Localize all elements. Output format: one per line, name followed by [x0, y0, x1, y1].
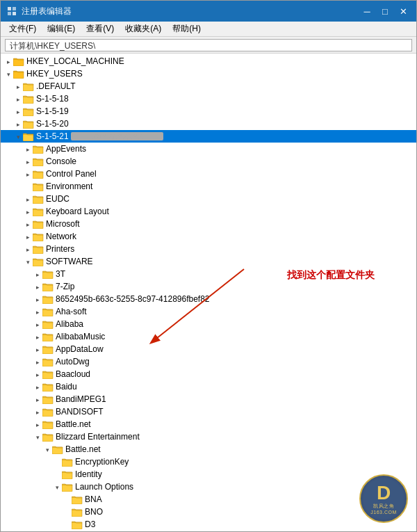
svg-rect-23 [42, 297, 53, 304]
maximize-button[interactable]: □ [377, 4, 393, 18]
tree-item-environment[interactable]: Environment [1, 180, 416, 193]
tree-label-ahasoft: Aha-soft [56, 307, 87, 316]
tree-label-launchoptions: Launch Options [75, 482, 133, 492]
svg-rect-19 [33, 247, 43, 254]
tree-label-s1521: S-1-5-21 XXXXXXXXXX [36, 131, 163, 141]
tree-item-8652[interactable]: ▸ 8652495b-663c-5255-8c97-412896fbef82 [1, 293, 416, 305]
tree-item-s1521[interactable]: ▾ S-1-5-21 XXXXXXXXXX [1, 130, 416, 143]
tree-item-encryptionkey[interactable]: EncryptionKey [1, 456, 416, 468]
expand-icon-printers: ▸ [23, 244, 33, 255]
svg-rect-35 [52, 447, 63, 454]
folder-icon-environment [33, 182, 44, 191]
expand-icon-7zip: ▸ [33, 282, 42, 292]
folder-icon-eudc [33, 194, 44, 204]
expand-icon-bna [62, 494, 72, 504]
menu-item-文件(F)[interactable]: 文件(F) [3, 22, 42, 36]
expand-icon-software: ▾ [23, 257, 33, 267]
expand-icon-default: ▸ [13, 81, 23, 92]
close-button[interactable]: ✕ [395, 4, 411, 18]
tree-item-microsoft[interactable]: ▸ Microsoft [1, 218, 416, 230]
folder-icon-kblayout [33, 207, 44, 216]
folder-icon-bandisoft [42, 407, 54, 417]
expand-icon-d3 [62, 519, 72, 529]
tree-item-hku[interactable]: ▾ HKEY_USERS [1, 67, 416, 80]
tree-item-d3[interactable]: D3 [1, 518, 416, 531]
svg-rect-11 [33, 147, 43, 154]
svg-rect-8 [23, 109, 33, 116]
folder-icon-identity [62, 469, 73, 479]
menu-item-查看(V)[interactable]: 查看(V) [81, 22, 120, 36]
window-controls: ─ □ ✕ [359, 4, 411, 18]
folder-icon-alibaba [42, 319, 54, 329]
tree-label-bna: BNA [85, 494, 102, 504]
tree-item-bandimpeg1[interactable]: ▸ BandiMPEG1 [1, 393, 416, 405]
folder-icon-software [33, 257, 44, 266]
expand-icon-encryptionkey [52, 457, 62, 467]
tree-label-baidu: Baidu [56, 382, 77, 392]
expand-icon-eudc: ▸ [23, 194, 33, 204]
tree-item-default[interactable]: ▸ .DEFAULT [1, 80, 416, 92]
tree-label-s1518: S-1-5-18 [36, 94, 69, 104]
tree-label-printers: Printers [46, 244, 74, 254]
tree-label-baacloud: Baacloud [56, 369, 90, 379]
expand-icon-ahasoft: ▸ [33, 307, 42, 317]
minimize-button[interactable]: ─ [359, 4, 375, 18]
tree-item-software[interactable]: ▾ SOFTWARE [1, 255, 416, 268]
tree-item-controlpanel[interactable]: ▸ Control Panel [1, 168, 416, 180]
svg-rect-10 [23, 134, 33, 141]
tree-item-kblayout[interactable]: ▸ Keyboard Layout [1, 205, 416, 218]
tree-item-autodwg[interactable]: ▸ AutoDwg [1, 355, 416, 368]
tree-item-console[interactable]: ▸ Console [1, 155, 416, 168]
tree-item-bno[interactable]: BNO [1, 506, 416, 518]
svg-rect-39 [72, 497, 82, 504]
tree-item-launchoptions[interactable]: ▾ Launch Options [1, 481, 416, 493]
address-input[interactable]: 计算机\HKEY_USERS\ [5, 39, 412, 51]
menu-item-编辑(E)[interactable]: 编辑(E) [42, 22, 81, 36]
address-bar: 计算机\HKEY_USERS\ [1, 37, 416, 54]
folder-icon-battlenet_top [42, 419, 54, 429]
tree-label-alibabamusic: AlibabaMusic [56, 332, 105, 341]
tree-item-s1519[interactable]: ▸ S-1-5-19 [1, 105, 416, 118]
tree-item-dst2[interactable]: DST2 [1, 531, 416, 531]
tree-item-bna[interactable]: BNA [1, 493, 416, 506]
tree-item-appevents[interactable]: ▸ AppEvents [1, 143, 416, 155]
expand-icon-appevents: ▸ [23, 144, 33, 154]
tree-item-eudc[interactable]: ▸ EUDC [1, 193, 416, 205]
tree-item-appdatalow[interactable]: ▸ AppDataLow [1, 343, 416, 355]
tree-item-baidu[interactable]: ▸ Baidu [1, 380, 416, 393]
tree-item-baacloud[interactable]: ▸ Baacloud [1, 368, 416, 380]
expand-icon-battlenet_top: ▸ [33, 419, 42, 430]
svg-rect-18 [33, 234, 43, 241]
menu-item-帮助(H)[interactable]: 帮助(H) [167, 22, 206, 36]
tree-item-hklm[interactable]: ▸ HKEY_LOCAL_MACHINE [1, 55, 416, 67]
tree-item-battlenet[interactable]: ▾ Battle.net [1, 443, 416, 456]
tree-item-alibabamusic[interactable]: ▸ AlibabaMusic [1, 330, 416, 343]
expand-icon-microsoft: ▸ [23, 219, 33, 229]
tree-item-battlenet_top[interactable]: ▸ Battle.net [1, 418, 416, 430]
tree-item-printers[interactable]: ▸ Printers [1, 243, 416, 255]
tree-item-s1520[interactable]: ▸ S-1-5-20 [1, 118, 416, 130]
tree-item-bandisoft[interactable]: ▸ BANDISOFT [1, 405, 416, 418]
folder-icon-battlenet [52, 444, 63, 454]
tree-item-s1518[interactable]: ▸ S-1-5-18 [1, 92, 416, 105]
tree-item-ahasoft[interactable]: ▸ Aha-soft [1, 305, 416, 318]
menu-item-收藏夹(A)[interactable]: 收藏夹(A) [120, 22, 167, 36]
tree-item-network[interactable]: ▸ Network [1, 230, 416, 243]
svg-rect-15 [33, 197, 43, 204]
expand-icon-s1519: ▸ [13, 106, 23, 117]
folder-icon-3t [42, 269, 54, 279]
svg-rect-22 [42, 284, 53, 291]
expand-icon-s1520: ▸ [13, 119, 23, 129]
svg-rect-40 [72, 510, 82, 517]
folder-icon-s1518 [23, 94, 34, 104]
tree-item-7zip[interactable]: ▸ 7-Zip [1, 280, 416, 293]
tree-item-3t[interactable]: ▸ 3T [1, 268, 416, 280]
tree-item-alibaba[interactable]: ▸ Alibaba [1, 318, 416, 330]
tree-item-blizzard[interactable]: ▾ Blizzard Entertainment [1, 430, 416, 443]
folder-icon-console [33, 156, 44, 166]
expand-icon-bno [62, 507, 72, 517]
folder-icon-alibabamusic [42, 332, 54, 341]
tree-label-bno: BNO [85, 507, 103, 517]
tree-label-identity: Identity [75, 469, 102, 479]
tree-item-identity[interactable]: Identity [1, 468, 416, 481]
